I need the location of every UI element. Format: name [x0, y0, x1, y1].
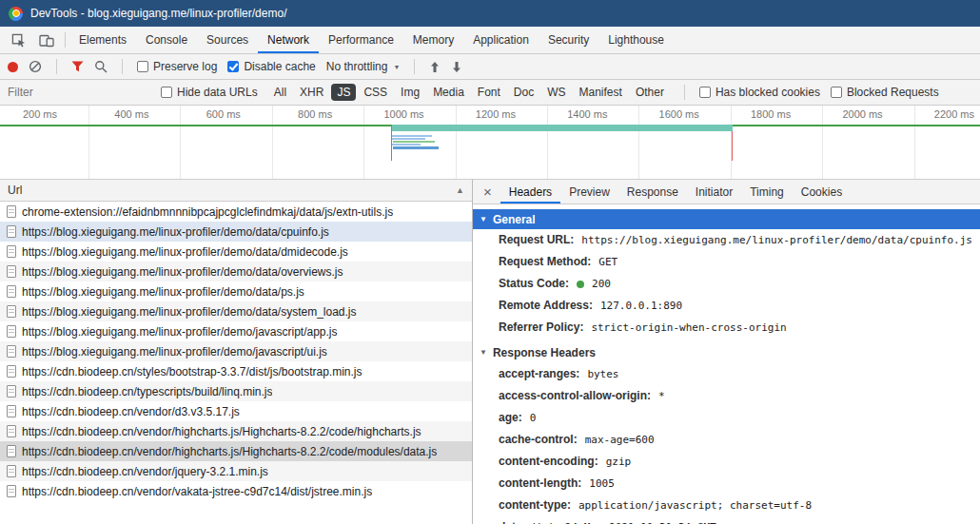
filter-chip-js[interactable]: JS: [331, 84, 356, 101]
request-details-pane: × HeadersPreviewResponseInitiatorTimingC…: [473, 180, 980, 524]
filter-chip-ws[interactable]: WS: [541, 84, 571, 101]
file-icon: [7, 325, 16, 338]
network-toolbar: Preserve log Disable cache No throttling…: [0, 54, 980, 80]
tab-performance[interactable]: Performance: [319, 27, 403, 53]
tab-memory[interactable]: Memory: [403, 27, 463, 53]
inspect-cursor-icon: [11, 33, 26, 48]
request-url: https://cdn.biodeep.cn/vendor/d3.v3.5.17…: [22, 405, 240, 418]
header-value: 1005: [589, 475, 615, 492]
header-value: application/javascript; charset=utf-8: [578, 497, 812, 514]
filter-input[interactable]: [8, 86, 150, 99]
filter-chip-xhr[interactable]: XHR: [294, 84, 329, 101]
inspect-element-button[interactable]: [4, 27, 32, 53]
request-row[interactable]: https://cdn.biodeep.cn/vendor/jquery-3.2…: [0, 461, 472, 481]
url-column-header[interactable]: Url ▲: [0, 180, 472, 202]
network-overview[interactable]: 200 ms400 ms600 ms800 ms1000 ms1200 ms14…: [0, 106, 980, 180]
filter-chip-doc[interactable]: Doc: [508, 84, 539, 101]
main-tab-bar: ElementsConsoleSourcesNetworkPerformance…: [0, 27, 980, 54]
filter-chip-manifest[interactable]: Manifest: [574, 84, 628, 101]
checkbox-label: Preserve log: [153, 60, 217, 73]
header-name: access-control-allow-origin:: [499, 388, 651, 404]
general-section-header[interactable]: ▼ General: [473, 209, 980, 229]
time-label: 600 ms: [174, 108, 241, 120]
request-row[interactable]: https://cdn.biodeep.cn/vendor/d3.v3.5.17…: [0, 401, 472, 421]
request-url: https://cdn.biodeep.cn/vendor/jquery-3.2…: [22, 465, 268, 478]
file-icon: [7, 225, 16, 238]
tab-application[interactable]: Application: [463, 27, 539, 53]
detail-tab-preview[interactable]: Preview: [560, 180, 618, 204]
close-details-button[interactable]: ×: [475, 180, 500, 204]
tab-elements[interactable]: Elements: [69, 27, 136, 53]
separator: [65, 32, 66, 48]
checkbox-label: Has blocked cookies: [715, 86, 820, 99]
request-row[interactable]: https://blog.xieguigang.me/linux-profile…: [0, 222, 472, 242]
header-entry: Status Code:200: [473, 273, 980, 295]
header-value: 200: [592, 276, 611, 292]
header-entry: Referrer Policy:strict-origin-when-cross…: [473, 317, 980, 339]
record-network-log-button[interactable]: [8, 62, 18, 72]
header-entry: content-length:1005: [473, 473, 980, 495]
header-value: bytes: [587, 366, 618, 382]
import-har-button[interactable]: [429, 61, 441, 73]
filter-chip-all[interactable]: All: [268, 84, 292, 101]
hide-data-urls-checkbox[interactable]: Hide data URLs: [161, 86, 258, 99]
request-row[interactable]: https://cdn.biodeep.cn/styles/bootstrap-…: [0, 361, 472, 381]
request-row[interactable]: https://cdn.biodeep.cn/typescripts/build…: [0, 381, 472, 401]
detail-tab-timing[interactable]: Timing: [741, 180, 793, 204]
tab-network[interactable]: Network: [258, 27, 319, 53]
tab-sources[interactable]: Sources: [197, 27, 258, 53]
request-row[interactable]: https://cdn.biodeep.cn/vendor/highcharts…: [0, 421, 472, 441]
request-row[interactable]: https://blog.xieguigang.me/linux-profile…: [0, 321, 472, 341]
throttling-select[interactable]: No throttling ▼: [326, 60, 401, 73]
tab-console[interactable]: Console: [136, 27, 197, 53]
request-row[interactable]: https://blog.xieguigang.me/linux-profile…: [0, 281, 472, 301]
checkbox-box: [227, 61, 239, 72]
detail-tab-cookies[interactable]: Cookies: [793, 180, 851, 204]
requests-pane: Url ▲ chrome-extension://efaidnbmnnnibpc…: [0, 180, 472, 524]
request-url: https://blog.xieguigang.me/linux-profile…: [22, 225, 329, 239]
request-row[interactable]: https://cdn.biodeep.cn/vendor/vakata-jst…: [0, 481, 472, 501]
checkbox-label: Hide data URLs: [177, 86, 258, 99]
tab-lighthouse[interactable]: Lighthouse: [598, 27, 674, 53]
request-row[interactable]: https://blog.xieguigang.me/linux-profile…: [0, 341, 472, 361]
export-har-button[interactable]: [451, 61, 462, 73]
detail-tab-headers[interactable]: Headers: [500, 180, 560, 204]
has-blocked-cookies-checkbox[interactable]: Has blocked cookies: [699, 86, 820, 99]
header-name: cache-control:: [499, 432, 578, 448]
disable-cache-checkbox[interactable]: Disable cache: [227, 60, 315, 73]
request-row[interactable]: https://cdn.biodeep.cn/vendor/highcharts…: [0, 441, 472, 461]
request-url: https://cdn.biodeep.cn/typescripts/build…: [22, 385, 272, 398]
request-row[interactable]: https://blog.xieguigang.me/linux-profile…: [0, 301, 472, 321]
request-row[interactable]: https://blog.xieguigang.me/linux-profile…: [0, 262, 472, 281]
disclosure-triangle-icon: ▼: [480, 349, 487, 357]
toggle-device-toolbar-button[interactable]: [32, 27, 61, 53]
response-headers-section-header[interactable]: ▼ Response Headers: [473, 342, 980, 363]
general-entries: Request URL:https://blog.xieguigang.me/l…: [473, 229, 980, 339]
file-icon: [7, 405, 16, 417]
headers-panel[interactable]: ▼ General Request URL:https://blog.xiegu…: [473, 204, 980, 524]
filter-chip-media[interactable]: Media: [427, 84, 470, 101]
clear-network-log-button[interactable]: [29, 60, 42, 73]
detail-tab-response[interactable]: Response: [618, 180, 687, 204]
blocked-requests-checkbox[interactable]: Blocked Requests: [831, 86, 939, 99]
time-label: 2200 ms: [908, 108, 974, 120]
filter-chip-other[interactable]: Other: [630, 84, 670, 101]
request-url: https://blog.xieguigang.me/linux-profile…: [22, 345, 327, 359]
request-row[interactable]: chrome-extension://efaidnbmnnnibpcajpcgl…: [0, 202, 472, 222]
search-button[interactable]: [94, 60, 108, 73]
window-title: DevTools - blog.xieguigang.me/linux-prof…: [30, 7, 286, 20]
request-url: chrome-extension://efaidnbmnnnibpcajpcgl…: [22, 205, 393, 219]
header-entry: content-encoding:gzip: [473, 451, 980, 473]
separator: [122, 59, 123, 74]
request-row[interactable]: https://blog.xieguigang.me/linux-profile…: [0, 242, 472, 262]
filter-chip-img[interactable]: Img: [395, 84, 425, 101]
request-list[interactable]: chrome-extension://efaidnbmnnnibpcajpcgl…: [0, 202, 472, 524]
time-label: 1000 ms: [358, 108, 424, 120]
file-icon: [7, 285, 16, 298]
tab-security[interactable]: Security: [539, 27, 598, 53]
filter-chip-css[interactable]: CSS: [358, 84, 393, 101]
preserve-log-checkbox[interactable]: Preserve log: [137, 60, 217, 73]
filter-toggle-button[interactable]: [71, 61, 84, 72]
detail-tab-initiator[interactable]: Initiator: [687, 180, 741, 204]
filter-chip-font[interactable]: Font: [472, 84, 506, 101]
